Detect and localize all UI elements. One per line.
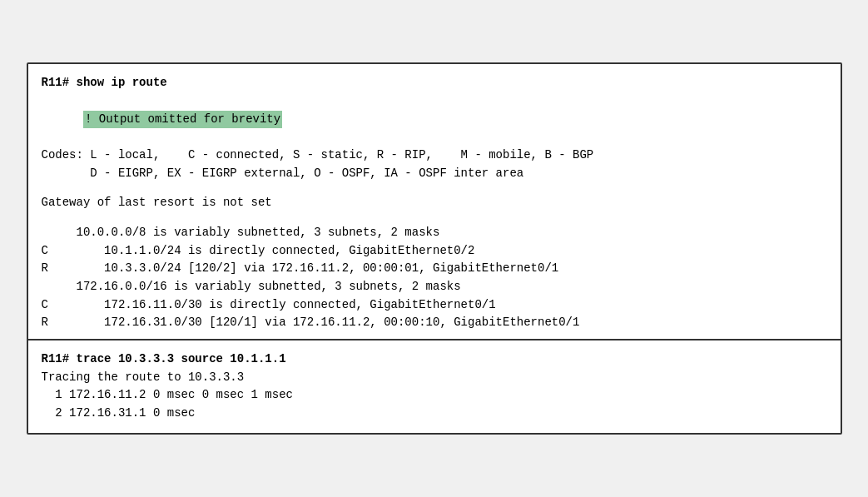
section-bottom: R11# trace 10.3.3.3 source 10.1.1.1 Trac… bbox=[28, 339, 841, 433]
subnet1-header: 10.0.0.0/8 is variably subnetted, 3 subn… bbox=[42, 224, 827, 242]
terminal-container: R11# show ip route ! Output omitted for … bbox=[27, 62, 842, 435]
codes-line1: Codes: L - local, C - connected, S - sta… bbox=[42, 147, 827, 165]
omit-notice-text: ! Output omitted for brevity bbox=[83, 111, 282, 129]
gateway-line: Gateway of last resort is not set bbox=[42, 194, 827, 212]
codes-line2: D - EIGRP, EX - EIGRP external, O - OSPF… bbox=[42, 165, 827, 183]
trace-hop2: 2 172.16.31.1 0 msec bbox=[42, 405, 827, 423]
route-c2: C 172.16.11.0/30 is directly connected, … bbox=[42, 296, 827, 315]
omit-notice: ! Output omitted for brevity bbox=[42, 92, 827, 147]
subnet2-header: 172.16.0.0/16 is variably subnetted, 3 s… bbox=[42, 278, 827, 296]
route-r2: R 172.16.31.0/30 [120/1] via 172.16.11.2… bbox=[42, 314, 827, 332]
section-top: R11# show ip route ! Output omitted for … bbox=[28, 64, 841, 339]
trace-hop1: 1 172.16.11.2 0 msec 0 msec 1 msec bbox=[42, 386, 827, 405]
route-c1: C 10.1.1.0/24 is directly connected, Gig… bbox=[42, 242, 827, 261]
route-r1: R 10.3.3.0/24 [120/2] via 172.16.11.2, 0… bbox=[42, 260, 827, 278]
trace-line1: Tracing the route to 10.3.3.3 bbox=[42, 369, 827, 387]
show-ip-route-prompt: R11# show ip route bbox=[42, 74, 827, 92]
trace-prompt: R11# trace 10.3.3.3 source 10.1.1.1 bbox=[42, 350, 827, 369]
